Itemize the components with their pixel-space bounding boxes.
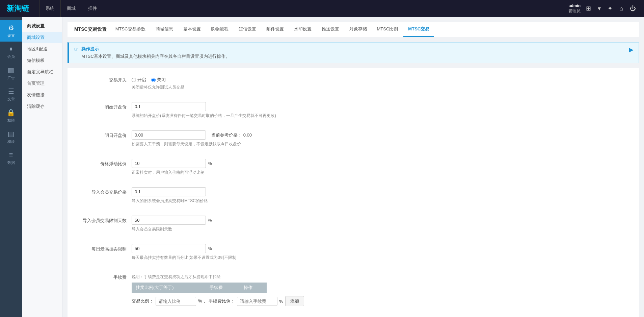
alert-icon: ☞ bbox=[74, 46, 79, 52]
form-row-initial-price: 初始开盘价 系统初始开盘价(系统没有任何一笔交易时取的价格，一旦产生交易就不可再… bbox=[78, 102, 629, 124]
sec-item-clear-cache[interactable]: 清除缓存 bbox=[22, 101, 62, 112]
ad-icon: ▦ bbox=[8, 66, 14, 74]
alert-box: ☞ 操作提示 MTSC基本设置、商城及其他模块相关内容在其各自栏目设置项内进行操… bbox=[68, 42, 639, 63]
sidebar-item-data[interactable]: ≡ 数据 bbox=[0, 148, 22, 169]
sidebar-item-template[interactable]: ▤ 模板 bbox=[0, 126, 22, 148]
import-days-control: % 导入会员交易限制天数 bbox=[132, 216, 629, 232]
sec-item-sms[interactable]: 短信模板 bbox=[22, 55, 62, 66]
form-row-daily-max: 每日最高挂卖限制 % 每天最高挂卖持有数量的百分比,如果不设置或为0则不限制 bbox=[78, 244, 629, 266]
member-icon: ♦ bbox=[9, 45, 12, 53]
daily-max-label: 每日最高挂卖限制 bbox=[78, 244, 132, 252]
float-ratio-hint: 正常挂卖时，用户输入价格的可浮动比例 bbox=[132, 170, 629, 175]
tab-basic-settings[interactable]: 基本设置 bbox=[179, 22, 206, 37]
float-ratio-label: 价格浮动比例 bbox=[78, 159, 132, 167]
daily-max-input[interactable] bbox=[132, 244, 206, 253]
tab-watermark[interactable]: 水印设置 bbox=[289, 22, 316, 37]
main-content: MTSC交易设置 MTSC交易参数 商城信息 基本设置 购物流程 短信设置 邮件… bbox=[62, 17, 644, 317]
trade-ratio-label: 交易比例： bbox=[132, 298, 154, 304]
import-days-label: 导入会员交易限制天数 bbox=[78, 216, 132, 224]
sidebar-item-article[interactable]: ☰ 文章 bbox=[0, 84, 22, 105]
daily-max-unit: % bbox=[208, 246, 212, 251]
form-row-fee: 手续费 说明：手续费是在交易成功之后才从提现币中扣除 挂卖比例(大于等于) 手续… bbox=[78, 272, 629, 311]
sec-item-region[interactable]: 地区&配送 bbox=[22, 43, 62, 55]
ref-price-value: 0.00 bbox=[243, 132, 252, 138]
grid-icon[interactable]: ⊞ bbox=[585, 3, 592, 14]
fee-table: 挂卖比例(大于等于) 手续费 操作 bbox=[132, 283, 267, 293]
article-icon: ☰ bbox=[8, 87, 14, 95]
import-price-label: 导入会员交易价格 bbox=[78, 187, 132, 195]
tab-push-settings[interactable]: 推送设置 bbox=[317, 22, 344, 37]
sidebar-label-permission: 权限 bbox=[7, 118, 15, 123]
admin-role: 管理员 bbox=[568, 8, 581, 14]
alert-title: 操作提示 bbox=[81, 46, 230, 52]
trade-switch-radio-group: 开启 关闭 bbox=[132, 75, 629, 83]
form-row-import-price: 导入会员交易价格 导入的旧系统会员挂卖交易时MTSC的价格 bbox=[78, 187, 629, 209]
radio-close-input[interactable] bbox=[151, 78, 156, 82]
tab-mtsc-params[interactable]: MTSC交易参数 bbox=[111, 22, 150, 37]
nav-item-mall[interactable]: 商城 bbox=[61, 0, 82, 17]
tab-mall-info[interactable]: 商城信息 bbox=[151, 22, 178, 37]
form-row-trade-switch: 交易开关 开启 关闭 关闭后将仅允许测试人员交易 bbox=[78, 75, 629, 95]
radio-open[interactable]: 开启 bbox=[132, 77, 146, 83]
sec-item-links[interactable]: 友情链接 bbox=[22, 89, 62, 101]
sec-item-homepage[interactable]: 首页管理 bbox=[22, 78, 62, 89]
left-sidebar: ⚙ 设置 ♦ 会员 ▦ 广告 ☰ 文章 🔒 权限 ▤ 模板 ≡ 数据 bbox=[0, 17, 22, 317]
tab-mtsc-ratio[interactable]: MTSC比例 bbox=[372, 22, 403, 37]
nav-item-plugin[interactable]: 插件 bbox=[82, 0, 103, 17]
tab-shipping[interactable]: 购物流程 bbox=[206, 22, 233, 37]
import-days-input[interactable] bbox=[132, 216, 206, 225]
secondary-sidebar-title: 商城设置 bbox=[22, 20, 62, 32]
tab-email-settings[interactable]: 邮件设置 bbox=[262, 22, 289, 37]
tab-object-storage[interactable]: 对象存储 bbox=[345, 22, 372, 37]
tab-sms-settings[interactable]: 短信设置 bbox=[234, 22, 261, 37]
initial-price-hint: 系统初始开盘价(系统没有任何一笔交易时取的价格，一旦产生交易就不可再更改) bbox=[132, 113, 629, 119]
import-days-hint: 导入会员交易限制天数 bbox=[132, 226, 629, 232]
nav-item-system[interactable]: 系统 bbox=[39, 0, 61, 17]
sidebar-item-permission[interactable]: 🔒 权限 bbox=[0, 105, 22, 126]
tab-mtsc-trade[interactable]: MTSC交易 bbox=[403, 22, 434, 37]
fee-table-header-ratio: 挂卖比例(大于等于) bbox=[132, 283, 206, 293]
top-nav: 新淘链 系统 商城 插件 admin 管理员 ⊞ ▾ ✦ ⌂ ⏻ bbox=[0, 0, 644, 17]
radio-close-label: 关闭 bbox=[157, 77, 166, 83]
fee-unit: % bbox=[279, 299, 284, 304]
tomorrow-price-input[interactable] bbox=[132, 130, 206, 140]
add-fee-button[interactable]: 添加 bbox=[285, 296, 304, 306]
sec-item-mall-settings[interactable]: 商城设置 bbox=[22, 32, 62, 43]
sidebar-item-member[interactable]: ♦ 会员 bbox=[0, 42, 22, 63]
radio-open-input[interactable] bbox=[132, 78, 136, 82]
trade-switch-hint: 关闭后将仅允许测试人员交易 bbox=[132, 84, 629, 90]
fee-label: 手续费 bbox=[78, 272, 132, 281]
import-price-control: 导入的旧系统会员挂卖交易时MTSC的价格 bbox=[132, 187, 629, 204]
radio-open-label: 开启 bbox=[137, 77, 146, 83]
ref-price-label: 当前参考价格： 0.00 bbox=[211, 132, 252, 138]
nav-right: admin 管理员 ⊞ ▾ ✦ ⌂ ⏻ bbox=[568, 3, 637, 14]
home-icon[interactable]: ⌂ bbox=[618, 4, 624, 14]
radio-close[interactable]: 关闭 bbox=[151, 77, 166, 83]
permission-icon: 🔒 bbox=[7, 108, 15, 117]
trade-ratio-input[interactable] bbox=[156, 297, 196, 306]
daily-max-control: % 每天最高挂卖持有数量的百分比,如果不设置或为0则不限制 bbox=[132, 244, 629, 261]
ref-price-text: 当前参考价格： bbox=[211, 132, 242, 138]
fee-input-row: 交易比例： %， 手续费比例： % 添加 bbox=[132, 296, 629, 306]
sidebar-item-ad[interactable]: ▦ 广告 bbox=[0, 63, 22, 84]
admin-dropdown-icon[interactable]: ▾ bbox=[596, 3, 602, 14]
import-price-hint: 导入的旧系统会员挂卖交易时MTSC的价格 bbox=[132, 198, 629, 204]
dots-icon[interactable]: ✦ bbox=[606, 3, 614, 14]
sidebar-item-settings[interactable]: ⚙ 设置 bbox=[0, 20, 22, 42]
sidebar-label-member: 会员 bbox=[7, 54, 15, 59]
initial-price-input[interactable] bbox=[132, 102, 206, 111]
sidebar-label-template: 模板 bbox=[7, 139, 15, 144]
template-icon: ▤ bbox=[8, 130, 14, 138]
form-area: 交易开关 开启 关闭 关闭后将仅允许测试人员交易 初始开盘价 bbox=[68, 68, 639, 317]
secondary-sidebar: 商城设置 商城设置 地区&配送 短信模板 自定义导航栏 首页管理 友情链接 清除… bbox=[22, 17, 62, 317]
trade-switch-label: 交易开关 bbox=[78, 75, 132, 83]
alert-close-button[interactable]: ▶ bbox=[629, 46, 634, 53]
import-price-input[interactable] bbox=[132, 187, 206, 196]
sec-item-nav[interactable]: 自定义导航栏 bbox=[22, 66, 62, 78]
power-icon[interactable]: ⏻ bbox=[628, 4, 637, 14]
page-section-title: MTSC交易设置 bbox=[71, 22, 110, 36]
fee-input[interactable] bbox=[237, 297, 277, 306]
sidebar-label-ad: 广告 bbox=[7, 75, 15, 80]
float-ratio-input[interactable] bbox=[132, 159, 206, 168]
float-ratio-unit: % bbox=[208, 161, 212, 166]
